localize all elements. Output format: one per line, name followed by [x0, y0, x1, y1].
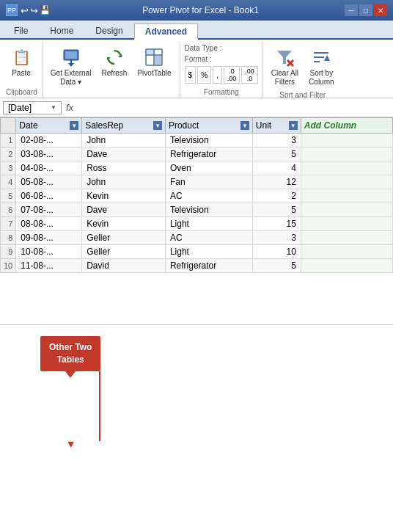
undo-icon[interactable]: ↩ — [21, 5, 29, 16]
cell-product[interactable]: AC — [165, 231, 252, 245]
cell-date[interactable]: 06-08-... — [16, 189, 82, 203]
cell-date[interactable]: 07-08-... — [16, 203, 82, 217]
cell-unit[interactable]: 3 — [252, 134, 301, 147]
cell-salesrep[interactable]: Dave — [82, 147, 166, 161]
cell-salesrep[interactable]: Kevin — [82, 217, 166, 231]
row-number: 4 — [1, 175, 16, 189]
col-header-add[interactable]: Add Column — [301, 118, 392, 134]
table-row[interactable]: 6 07-08-... Dave Television 5 — [1, 203, 393, 217]
cell-unit[interactable]: 5 — [252, 203, 301, 217]
comma-button[interactable]: , — [213, 66, 222, 84]
table-row[interactable]: 5 06-08-... Kevin AC 2 — [1, 189, 393, 203]
name-box[interactable]: [Date] ▼ — [3, 101, 62, 114]
tab-file[interactable]: File — [3, 22, 39, 38]
row-number: 1 — [1, 134, 16, 147]
maximize-button[interactable]: □ — [359, 4, 372, 16]
cell-salesrep[interactable]: Ross — [82, 161, 166, 175]
cell-product[interactable]: Oven — [165, 161, 252, 175]
unit-filter-button[interactable]: ▼ — [289, 121, 298, 130]
redo-icon[interactable]: ↪ — [30, 5, 38, 16]
cell-date[interactable]: 03-08-... — [16, 147, 82, 161]
table-row[interactable]: 4 05-08-... John Fan 12 — [1, 175, 393, 189]
svg-marker-3 — [68, 63, 74, 67]
product-filter-button[interactable]: ▼ — [240, 121, 249, 130]
clear-all-filters-button[interactable]: Clear AllFilters — [268, 43, 302, 90]
paste-button[interactable]: 📋 Paste — [6, 43, 37, 81]
table-row[interactable]: 9 10-08-... Geller Light 10 — [1, 245, 393, 259]
clipboard-content: 📋 Paste — [6, 43, 37, 87]
formula-bar: [Date] ▼ fx — [0, 98, 393, 117]
name-box-arrow: ▼ — [51, 104, 56, 111]
table-row[interactable]: 10 11-08-... David Refrigerator 5 — [1, 259, 393, 273]
minimize-button[interactable]: ─ — [345, 4, 358, 16]
cell-salesrep[interactable]: Kevin — [82, 189, 166, 203]
get-external-data-button[interactable]: Get ExternalData ▾ — [47, 43, 95, 90]
tab-advanced[interactable]: Advanced — [134, 23, 198, 40]
tab-design[interactable]: Design — [84, 22, 133, 38]
cell-salesrep[interactable]: John — [82, 175, 166, 189]
table-row[interactable]: 1 02-08-... John Television 3 — [1, 134, 393, 147]
cell-salesrep[interactable]: David — [82, 259, 166, 273]
cell-product[interactable]: Refrigerator — [165, 147, 252, 161]
cell-unit[interactable]: 5 — [252, 259, 301, 273]
cell-unit[interactable]: 5 — [252, 147, 301, 161]
cell-unit[interactable]: 4 — [252, 161, 301, 175]
increase-decimal-button[interactable]: .0.00 — [224, 66, 240, 84]
row-number: 7 — [1, 217, 16, 231]
percent-button[interactable]: % — [197, 66, 211, 84]
cell-product[interactable]: Light — [165, 245, 252, 259]
table-row[interactable]: 2 03-08-... Dave Refrigerator 5 — [1, 147, 393, 161]
cell-unit[interactable]: 15 — [252, 217, 301, 231]
close-button[interactable]: ✕ — [374, 4, 387, 16]
annotation-text: Other TwoTables — [49, 342, 92, 365]
cell-date[interactable]: 10-08-... — [16, 245, 82, 259]
cell-product[interactable]: Light — [165, 217, 252, 231]
pivottable-button[interactable]: PivotTable — [133, 43, 175, 81]
col-header-date[interactable]: Date ▼ — [16, 118, 82, 134]
annotation-popup: Other TwoTables — [40, 336, 100, 371]
tab-home[interactable]: Home — [39, 22, 84, 38]
annotation-container: Other TwoTables ▼ — [40, 336, 100, 450]
cell-product[interactable]: AC — [165, 189, 252, 203]
cell-date[interactable]: 09-08-... — [16, 231, 82, 245]
format-buttons: $ % , .0.00 .00.0 — [185, 66, 258, 84]
currency-button[interactable]: $ — [185, 66, 196, 84]
format-row: Format : — [185, 55, 229, 63]
cell-date[interactable]: 04-08-... — [16, 161, 82, 175]
sort-by-column-button[interactable]: Sort byColumn — [305, 43, 337, 90]
table-row[interactable]: 7 08-08-... Kevin Light 15 — [1, 217, 393, 231]
paste-label: Paste — [12, 69, 31, 78]
window-controls[interactable]: ─ □ ✕ — [345, 4, 387, 16]
cell-date[interactable]: 11-08-... — [16, 259, 82, 273]
paste-icon: 📋 — [10, 45, 33, 69]
save-icon[interactable]: 💾 — [40, 5, 51, 15]
cell-product[interactable]: Fan — [165, 175, 252, 189]
refresh-button[interactable]: Refresh — [98, 43, 131, 81]
date-filter-button[interactable]: ▼ — [70, 121, 78, 130]
cell-unit[interactable]: 10 — [252, 245, 301, 259]
cell-salesrep[interactable]: Geller — [82, 245, 166, 259]
cell-unit[interactable]: 12 — [252, 175, 301, 189]
cell-salesrep[interactable]: Dave — [82, 203, 166, 217]
cell-unit[interactable]: 3 — [252, 231, 301, 245]
salesrep-filter-button[interactable]: ▼ — [153, 121, 162, 130]
table-row[interactable]: 3 04-08-... Ross Oven 4 — [1, 161, 393, 175]
format-label: Format : — [185, 55, 229, 63]
cell-product[interactable]: Refrigerator — [165, 259, 252, 273]
clear-filters-label: Clear AllFilters — [271, 69, 298, 87]
cell-salesrep[interactable]: Geller — [82, 231, 166, 245]
cell-date[interactable]: 02-08-... — [16, 134, 82, 147]
cell-product[interactable]: Television — [165, 203, 252, 217]
col-header-unit[interactable]: Unit ▼ — [252, 118, 301, 134]
col-header-product[interactable]: Product ▼ — [165, 118, 252, 134]
annotation-arrowhead: ▼ — [41, 438, 100, 450]
cell-date[interactable]: 05-08-... — [16, 175, 82, 189]
cell-product[interactable]: Television — [165, 134, 252, 147]
cell-date[interactable]: 08-08-... — [16, 217, 82, 231]
col-header-salesrep[interactable]: SalesRep ▼ — [82, 118, 166, 134]
formula-input[interactable] — [78, 103, 390, 113]
decrease-decimal-button[interactable]: .00.0 — [241, 66, 258, 84]
table-row[interactable]: 8 09-08-... Geller AC 3 — [1, 231, 393, 245]
cell-salesrep[interactable]: John — [82, 134, 166, 147]
cell-unit[interactable]: 2 — [252, 189, 301, 203]
